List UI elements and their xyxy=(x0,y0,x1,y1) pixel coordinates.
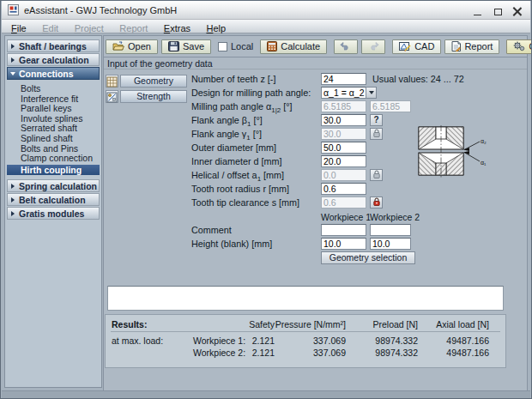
sidebar-item-gratis-modules[interactable]: Gratis modules xyxy=(7,207,100,220)
sidebar-item-splined-shaft[interactable]: Splined shaft xyxy=(7,134,100,144)
calculate-button[interactable]: Calculate xyxy=(260,39,327,54)
undo-icon xyxy=(340,42,352,51)
angle-label-alpha1: α₁ xyxy=(481,160,487,166)
chevron-right-icon xyxy=(11,184,15,189)
results-col-pressure: Pressure [N/mm²] xyxy=(275,319,346,329)
tooth-root-radius-input[interactable] xyxy=(321,183,366,195)
close-icon[interactable] xyxy=(509,3,526,17)
comment-input-1[interactable] xyxy=(321,224,366,236)
results-separator xyxy=(111,331,500,332)
tooth-tip-clearance-input xyxy=(321,196,366,209)
milling-angle-input-1 xyxy=(321,100,366,112)
sidebar-item-clamp-connection[interactable]: Clamp connection xyxy=(7,154,100,164)
results-row-workpiece2: Workpiece 2: 2.121 337.069 98974.332 494… xyxy=(106,348,505,358)
outer-diameter-label: Outer diameter [mm] xyxy=(191,142,276,154)
lock-icon[interactable] xyxy=(370,128,383,140)
open-button[interactable]: Open xyxy=(106,39,158,54)
menu-bar: File Edit Project Report Extras Help xyxy=(2,20,530,33)
sidebar-item-connections[interactable]: Connections xyxy=(7,67,100,80)
teeth-label: Number of teeth z [-] xyxy=(191,73,275,85)
geometry-grid-icon[interactable] xyxy=(106,75,118,88)
hirth-coupling-drawing: α₂ α₁ xyxy=(415,125,491,182)
options-button[interactable]: Options xyxy=(506,39,532,54)
undo-button[interactable] xyxy=(334,39,358,54)
geometry-selection-button[interactable]: Geometry selection xyxy=(321,251,415,264)
flank-angle-gamma-input xyxy=(321,128,366,140)
geometry-view-button[interactable]: Geometry xyxy=(120,75,187,88)
cad-icon xyxy=(399,41,411,51)
strength-view-button[interactable]: Strength xyxy=(120,90,187,103)
options-gears-icon xyxy=(513,41,525,51)
message-box xyxy=(107,286,504,311)
results-col-axial: Axial load [N] xyxy=(418,319,489,329)
sidebar: Shaft / bearings Gear calculation Connec… xyxy=(4,35,102,388)
results-col-safety: Safety xyxy=(233,319,275,329)
inner-diameter-input[interactable] xyxy=(321,155,366,167)
sidebar-item-shaft-bearings[interactable]: Shaft / bearings xyxy=(7,39,100,52)
app-icon xyxy=(8,4,19,15)
app-window: eAssistant - GWJ Technology GmbH File Ed… xyxy=(0,0,532,399)
report-button[interactable]: Report xyxy=(444,39,499,54)
strength-tool-icon[interactable] xyxy=(106,90,118,103)
results-row-workpiece1: at max. load: Workpiece 1: 2.121 337.069… xyxy=(106,336,505,346)
helical-offset-input xyxy=(321,169,366,181)
chevron-down-icon xyxy=(10,72,15,76)
window-title: eAssistant - GWJ Technology GmbH xyxy=(24,1,177,20)
menu-project: Project xyxy=(69,21,110,35)
sidebar-item-spring-calculation[interactable]: Spring calculation xyxy=(7,179,100,192)
minimize-icon[interactable] xyxy=(469,3,486,17)
save-button[interactable]: Save xyxy=(161,39,211,54)
menu-file[interactable]: File xyxy=(5,21,33,35)
content-panel: Open Save Local xyxy=(103,35,528,391)
local-checkbox-label: Local xyxy=(231,41,253,51)
results-row-label: at max. load: xyxy=(112,336,193,346)
results-col-preload: Preload [N] xyxy=(346,319,418,329)
chevron-right-icon xyxy=(11,44,15,49)
report-icon xyxy=(451,41,461,51)
toolbar: Open Save Local xyxy=(106,39,532,54)
chevron-down-icon[interactable] xyxy=(366,87,377,99)
maximize-icon[interactable] xyxy=(489,3,506,17)
window-bottom-frame xyxy=(2,390,530,398)
redo-icon xyxy=(367,42,379,51)
lock-red-icon[interactable] xyxy=(370,196,383,209)
open-folder-icon xyxy=(112,41,124,51)
calculator-icon xyxy=(267,41,277,51)
local-checkbox[interactable] xyxy=(218,42,227,51)
lock-icon[interactable] xyxy=(370,169,383,181)
redo-button[interactable] xyxy=(361,39,385,54)
sidebar-item-hirth-coupling[interactable]: Hirth coupling xyxy=(7,165,100,175)
workpiece2-column-header: Workpiece 2 xyxy=(370,212,420,222)
height-blank-input-2[interactable] xyxy=(370,238,411,250)
milling-angle-input-2 xyxy=(370,100,411,112)
save-floppy-icon xyxy=(168,41,179,51)
chevron-right-icon xyxy=(11,57,15,63)
menu-report: Report xyxy=(113,21,154,35)
chevron-right-icon xyxy=(11,211,15,216)
comment-label: Comment xyxy=(191,224,232,236)
height-blank-label: Height (blank) [mm] xyxy=(191,238,272,250)
section-title: Input of the geometry data xyxy=(104,57,527,70)
question-button[interactable]: ? xyxy=(370,114,383,126)
tooth-tip-clearance-label: Tooth tip clearance s [mm] xyxy=(191,196,299,209)
workpiece1-column-header: Workpiece 1 xyxy=(321,212,371,222)
sidebar-item-bolts[interactable]: Bolts xyxy=(7,84,100,94)
title-bar: eAssistant - GWJ Technology GmbH xyxy=(2,1,530,20)
cad-button[interactable]: CAD xyxy=(392,39,441,54)
comment-input-2[interactable] xyxy=(370,224,411,236)
menu-edit: Edit xyxy=(36,21,64,35)
height-blank-input-1[interactable] xyxy=(321,238,366,250)
sidebar-item-gear-calculation[interactable]: Gear calculation xyxy=(7,53,100,66)
menu-help[interactable]: Help xyxy=(200,21,232,35)
menu-extras[interactable]: Extras xyxy=(158,21,196,35)
teeth-usual-values: Usual values: 24 ... 72 xyxy=(372,73,464,85)
outer-diameter-input[interactable] xyxy=(321,142,366,154)
inner-diameter-label: Inner diameter d [mm] xyxy=(191,155,282,167)
flank-angle-beta-input[interactable] xyxy=(321,114,366,126)
tooth-root-radius-label: Tooth root radius r [mm] xyxy=(191,183,289,195)
results-title: Results: xyxy=(112,319,193,329)
design-label: Design for milling path angle: xyxy=(191,87,311,99)
sidebar-item-belt-calculation[interactable]: Belt calculation xyxy=(7,193,100,206)
results-panel: Results: Safety Pressure [N/mm²] Preload… xyxy=(105,314,506,368)
teeth-input[interactable] xyxy=(321,73,366,85)
